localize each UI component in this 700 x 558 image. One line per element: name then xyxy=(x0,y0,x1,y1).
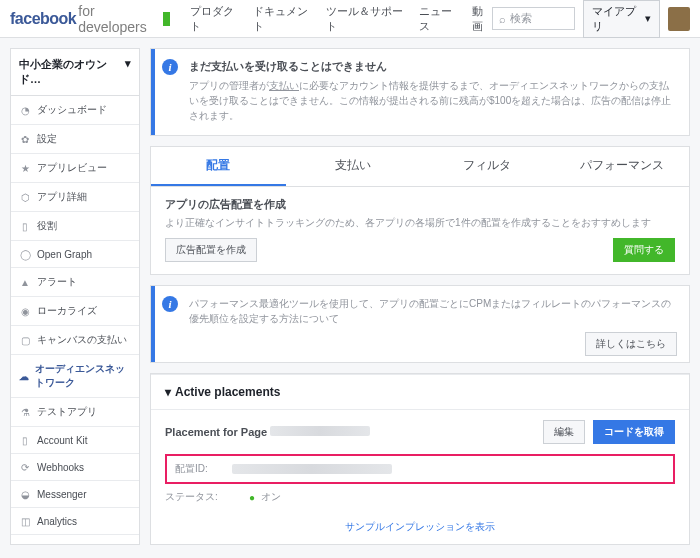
status-label: ステータス: xyxy=(165,490,225,504)
logo-subtitle: for developers xyxy=(78,3,159,35)
sidebar-item-8[interactable]: ▢キャンバスの支払い xyxy=(11,326,139,355)
search-placeholder: 検索 xyxy=(510,11,532,26)
sidebar-item-label: アプリ詳細 xyxy=(37,190,87,204)
sidebar-item-12[interactable]: ⟳Webhooks xyxy=(11,454,139,481)
logo-badge xyxy=(163,12,170,26)
sidebar-icon: ▢ xyxy=(19,334,31,346)
create-placement-button[interactable]: 広告配置を作成 xyxy=(165,238,257,262)
sidebar-icon: ⬡ xyxy=(19,191,31,203)
sidebar-item-5[interactable]: ◯Open Graph xyxy=(11,241,139,268)
sidebar-icon: ◫ xyxy=(19,515,31,527)
sidebar-icon: ☁ xyxy=(19,370,29,382)
alert-title: まだ支払いを受け取ることはできません xyxy=(189,59,677,74)
sidebar-item-label: テストアプリ xyxy=(37,405,97,419)
sidebar-item-11[interactable]: ▯Account Kit xyxy=(11,427,139,454)
search-icon: ⌕ xyxy=(499,13,506,25)
sidebar-item-10[interactable]: ⚗テストアプリ xyxy=(11,398,139,427)
sidebar-icon: ◔ xyxy=(19,104,31,116)
tab-payment[interactable]: 支払い xyxy=(286,147,421,186)
nav-tools[interactable]: ツール＆サポート xyxy=(326,4,405,34)
nav-products[interactable]: プロダクト xyxy=(190,4,239,34)
nav-videos[interactable]: 動画 xyxy=(472,4,492,34)
nav-news[interactable]: ニュース xyxy=(419,4,458,34)
my-apps-label: マイアプリ xyxy=(592,4,641,34)
facebook-logo[interactable]: facebook xyxy=(10,10,76,28)
sidebar-item-label: オーディエンスネットワーク xyxy=(35,362,131,390)
redacted-placement-id xyxy=(232,464,392,474)
sidebar-item-1[interactable]: ✿設定 xyxy=(11,125,139,154)
avatar[interactable] xyxy=(668,7,690,31)
tabs: 配置 支払い フィルタ パフォーマンス xyxy=(151,147,689,187)
alert-text: アプリの管理者が支払いに必要なアカウント情報を提供するまで、オーディエンスネット… xyxy=(189,78,677,123)
sidebar-item-13[interactable]: ◒Messenger xyxy=(11,481,139,508)
section-title: アプリの広告配置を作成 xyxy=(165,197,675,212)
active-placements-label: Active placements xyxy=(175,385,280,399)
ask-question-button[interactable]: 質問する xyxy=(613,238,675,262)
active-placements-toggle[interactable]: ▾ Active placements xyxy=(165,385,675,399)
sidebar-item-6[interactable]: ▲アラート xyxy=(11,268,139,297)
payout-alert: i まだ支払いを受け取ることはできません アプリの管理者が支払いに必要なアカウン… xyxy=(150,48,690,136)
sidebar-icon: ✿ xyxy=(19,133,31,145)
sidebar-item-label: ローカライズ xyxy=(37,304,97,318)
sample-impression-link[interactable]: サンプルインプレッションを表示 xyxy=(345,521,495,532)
sidebar-item-label: 役割 xyxy=(37,219,57,233)
nav-docs[interactable]: ドキュメント xyxy=(253,4,312,34)
sidebar-item-9[interactable]: ☁オーディエンスネットワーク xyxy=(11,355,139,398)
sidebar-item-0[interactable]: ◔ダッシュボード xyxy=(11,96,139,125)
performance-alert: i パフォーマンス最適化ツールを使用して、アプリの配置ごとにCPMまたはフィルレ… xyxy=(150,285,690,363)
learn-more-button[interactable]: 詳しくはこちら xyxy=(585,332,677,356)
sidebar-icon: ★ xyxy=(19,162,31,174)
sidebar-item-label: 設定 xyxy=(37,132,57,146)
top-nav: プロダクト ドキュメント ツール＆サポート ニュース 動画 xyxy=(190,4,491,34)
sidebar-item-label: アラート xyxy=(37,275,77,289)
sidebar-item-label: Analytics xyxy=(37,516,77,527)
sidebar-item-4[interactable]: ▯役割 xyxy=(11,212,139,241)
my-apps-dropdown[interactable]: マイアプリ ▾ xyxy=(583,0,660,38)
chevron-down-icon: ▾ xyxy=(165,385,171,399)
sidebar-item-label: アプリレビュー xyxy=(37,161,107,175)
search-input[interactable]: ⌕ 検索 xyxy=(492,7,575,30)
sidebar-item-label: キャンバスの支払い xyxy=(37,333,127,347)
sidebar-item-7[interactable]: ◉ローカライズ xyxy=(11,297,139,326)
sidebar-icon: ◒ xyxy=(19,488,31,500)
sidebar-icon: ▲ xyxy=(19,276,31,288)
app-selector-label: 中小企業のオウンド… xyxy=(19,57,125,87)
sidebar-item-label: Account Kit xyxy=(37,435,88,446)
placement-name: Placement for Page xyxy=(165,426,370,438)
sidebar-icon: ⟳ xyxy=(19,461,31,473)
chevron-down-icon: ▾ xyxy=(645,12,651,25)
edit-button[interactable]: 編集 xyxy=(543,420,585,444)
sidebar-icon: ▯ xyxy=(19,220,31,232)
sidebar-item-label: ダッシュボード xyxy=(37,103,107,117)
chevron-down-icon: ▾ xyxy=(125,57,131,87)
sidebar-item-14[interactable]: ◫Analytics xyxy=(11,508,139,535)
get-code-button[interactable]: コードを取得 xyxy=(593,420,675,444)
sidebar-item-label: Messenger xyxy=(37,489,86,500)
sidebar-item-label: Webhooks xyxy=(37,462,84,473)
sidebar: 中小企業のオウンド… ▾ ◔ダッシュボード✿設定★アプリレビュー⬡アプリ詳細▯役… xyxy=(10,48,140,545)
status-value: オン xyxy=(261,490,281,504)
sidebar-icon: ⚗ xyxy=(19,406,31,418)
sidebar-icon: ▯ xyxy=(19,434,31,446)
tab-placement[interactable]: 配置 xyxy=(151,147,286,186)
placement-id-highlight: 配置ID: xyxy=(165,454,675,484)
redacted-page-name xyxy=(270,426,370,436)
info-icon: i xyxy=(162,59,178,75)
info-icon: i xyxy=(162,296,178,312)
sidebar-item-label: Open Graph xyxy=(37,249,92,260)
tab-filter[interactable]: フィルタ xyxy=(420,147,555,186)
alert-text: パフォーマンス最適化ツールを使用して、アプリの配置ごとにCPMまたはフィルレート… xyxy=(189,296,677,326)
placement-id-label: 配置ID: xyxy=(175,462,208,476)
sidebar-item-3[interactable]: ⬡アプリ詳細 xyxy=(11,183,139,212)
sidebar-icon: ◉ xyxy=(19,305,31,317)
status-dot-icon: ● xyxy=(249,492,255,503)
app-selector[interactable]: 中小企業のオウンド… ▾ xyxy=(11,49,139,96)
sidebar-item-2[interactable]: ★アプリレビュー xyxy=(11,154,139,183)
tab-performance[interactable]: パフォーマンス xyxy=(555,147,690,186)
sidebar-icon: ◯ xyxy=(19,248,31,260)
section-desc: より正確なインサイトトラッキングのため、各アプリの各場所で1件の配置を作成するこ… xyxy=(165,216,675,230)
